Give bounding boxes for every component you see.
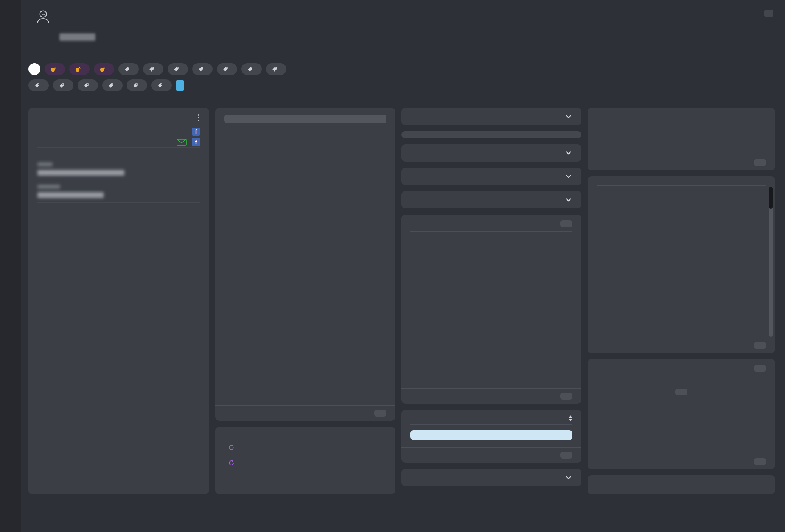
- tag-icon: [174, 67, 179, 72]
- redacted-value: [37, 192, 104, 198]
- left-rail: [0, 0, 21, 532]
- scrollbar-track[interactable]: [769, 187, 773, 337]
- person-icon: [34, 8, 52, 27]
- reload-disputes-button[interactable]: [754, 458, 766, 465]
- column-personal: ff: [28, 108, 209, 494]
- tag-pill[interactable]: [118, 63, 139, 75]
- cancel-enrollment-button[interactable]: [560, 220, 572, 227]
- disputes-card: [588, 359, 775, 469]
- cpf-redacted-value: [59, 33, 95, 41]
- cards-card: [215, 108, 395, 421]
- boleto-fee-card: [588, 108, 775, 170]
- reload-rewards-button[interactable]: [560, 393, 572, 400]
- tag-pill[interactable]: [266, 63, 286, 75]
- field-divider: [37, 202, 200, 203]
- reload-boletos-button[interactable]: [754, 342, 766, 349]
- personal-field: f: [28, 137, 209, 147]
- empty-progress-bar: [401, 131, 581, 138]
- reload-deck-button[interactable]: [764, 10, 773, 17]
- add-tag-button[interactable]: [176, 80, 184, 91]
- virtual-card-quota-card: [215, 427, 395, 494]
- envelope-icon: [177, 139, 187, 146]
- bomb-icon: [75, 67, 81, 72]
- bomb-icon: [51, 67, 56, 72]
- field-icons: f: [177, 138, 200, 146]
- panel-acordos[interactable]: [401, 108, 581, 125]
- tag-icon: [59, 83, 64, 88]
- tag-pill[interactable]: [28, 79, 49, 91]
- tag-icon: [157, 83, 163, 88]
- chevron-down-icon: [565, 474, 572, 481]
- tags-row-2: [28, 79, 777, 91]
- panel-rewards-history[interactable]: [401, 469, 581, 486]
- tag-pill-warning[interactable]: [94, 63, 114, 75]
- tag-icon: [223, 67, 228, 72]
- tag-icon: [247, 67, 253, 72]
- chevron-down-icon: [565, 113, 572, 120]
- redacted-label: [37, 162, 53, 166]
- tag-pill-warning[interactable]: [69, 63, 90, 75]
- refresh-icon[interactable]: [228, 444, 235, 453]
- bomb-icon: [100, 67, 105, 72]
- tag-pill[interactable]: [151, 79, 172, 91]
- tag-pill[interactable]: [217, 63, 237, 75]
- tag-icon: [34, 83, 40, 88]
- no-offers-banner: [410, 430, 572, 440]
- customer-header: [28, 8, 773, 41]
- reload-offers-button[interactable]: [560, 452, 572, 459]
- tag-pill[interactable]: [102, 79, 123, 91]
- column-billing: [588, 108, 775, 494]
- scrollbar-thumb[interactable]: [769, 187, 773, 209]
- chevron-down-icon: [565, 196, 572, 204]
- field-icons: f: [192, 128, 200, 136]
- personal-field: [28, 148, 209, 158]
- tag-pill-cliente[interactable]: [28, 63, 40, 75]
- redacted-label: [37, 185, 60, 189]
- tag-icon: [84, 83, 89, 88]
- rewards-card: [401, 215, 581, 404]
- invoices-card: [588, 475, 775, 494]
- customer-meta: [28, 33, 773, 41]
- chevron-down-icon: [565, 149, 572, 157]
- tag-pill[interactable]: [192, 63, 213, 75]
- show-all-cards-button[interactable]: [224, 115, 386, 123]
- facebook-icon[interactable]: f: [192, 128, 200, 136]
- tag-pill[interactable]: [53, 79, 73, 91]
- reload-fee-button[interactable]: [754, 159, 766, 166]
- tag-pill[interactable]: [241, 63, 262, 75]
- tags-row-1: [28, 63, 777, 75]
- tag-icon: [198, 67, 204, 72]
- sort-icon[interactable]: [569, 415, 572, 421]
- dashboard-grid: ff: [28, 108, 775, 494]
- rewards-offers-card: [401, 410, 581, 463]
- activity-timeline: [0, 494, 785, 532]
- personal-field-redacted: [28, 158, 209, 180]
- refresh-icon[interactable]: [228, 460, 235, 468]
- facebook-icon[interactable]: f: [192, 138, 200, 146]
- redacted-value: [37, 170, 124, 176]
- panel-parcelamento[interactable]: [401, 144, 581, 162]
- boletos-card: [588, 176, 775, 353]
- personal-info-card: ff: [28, 108, 209, 494]
- column-agreements-rewards: [401, 108, 581, 494]
- kebab-menu-icon[interactable]: [197, 114, 200, 122]
- tag-icon: [124, 67, 130, 72]
- panel-antecipacao[interactable]: [401, 168, 581, 185]
- chevron-down-icon: [565, 173, 572, 180]
- tag-pill[interactable]: [168, 63, 188, 75]
- open-triage-button[interactable]: [754, 365, 766, 372]
- personal-field: f: [28, 126, 209, 137]
- tag-icon: [149, 67, 154, 72]
- tag-pill-warning[interactable]: [45, 63, 65, 75]
- load-disputes-button[interactable]: [675, 389, 687, 395]
- tag-icon: [272, 67, 277, 72]
- tag-pill[interactable]: [143, 63, 163, 75]
- personal-field-redacted: [28, 180, 209, 202]
- tag-pill[interactable]: [127, 79, 147, 91]
- reload-cards-button[interactable]: [374, 410, 386, 417]
- panel-compras[interactable]: [401, 191, 581, 208]
- tag-icon: [133, 83, 138, 88]
- tag-icon: [108, 83, 113, 88]
- tag-pill[interactable]: [78, 79, 98, 91]
- column-cards: [215, 108, 395, 494]
